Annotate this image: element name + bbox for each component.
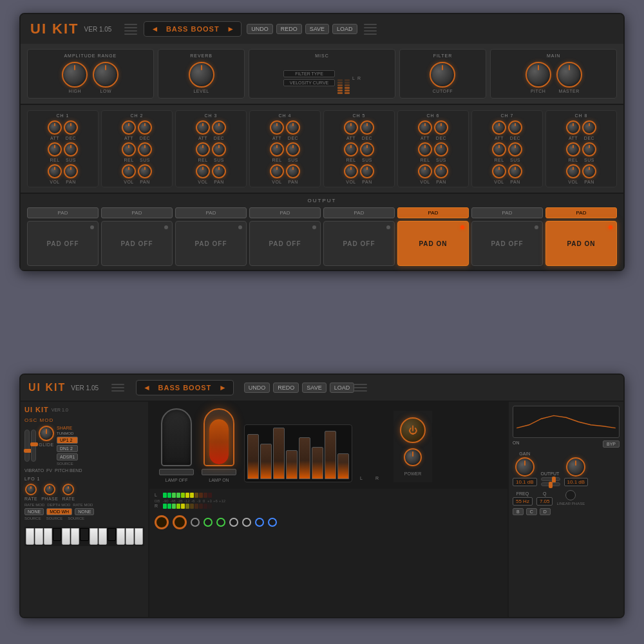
piano-key-white[interactable] — [71, 528, 79, 545]
ch5-sus-knob[interactable] — [360, 142, 374, 156]
ch2-att-knob[interactable] — [122, 120, 136, 135]
ch1-sus-knob[interactable] — [64, 142, 78, 156]
lfo-phase-knob[interactable] — [44, 484, 55, 495]
source-none-1[interactable]: NONE — [24, 508, 44, 515]
ch7-dec-knob[interactable] — [508, 120, 522, 135]
piano-key-black[interactable] — [80, 528, 88, 541]
ch7-sus-knob[interactable] — [508, 142, 522, 156]
ch7-pan-knob[interactable] — [508, 164, 522, 178]
ch3-rel-knob[interactable] — [196, 142, 210, 156]
piano-key-white[interactable] — [35, 528, 43, 545]
band-d-button[interactable]: D — [540, 508, 551, 515]
ch2-pan-knob[interactable] — [138, 164, 152, 178]
pad-large-8[interactable]: PAD ON — [545, 221, 617, 266]
pad-btn-4[interactable]: PAD — [249, 207, 321, 218]
pad-btn-6[interactable]: PAD — [397, 207, 469, 218]
ch8-rel-knob[interactable] — [566, 142, 580, 156]
ch2-vol-knob[interactable] — [122, 164, 136, 178]
output-slider-2[interactable] — [541, 482, 560, 486]
ch2-rel-knob[interactable] — [122, 142, 136, 156]
ch4-att-knob[interactable] — [270, 120, 284, 135]
save-button[interactable]: SAVE — [305, 24, 329, 34]
power-knob[interactable] — [404, 448, 422, 466]
preset-prev-button[interactable]: ◄ — [151, 24, 158, 33]
bypass-button[interactable]: BYP — [603, 440, 620, 448]
lfo-rate2-knob[interactable] — [62, 484, 74, 495]
ch5-dec-knob[interactable] — [360, 120, 374, 135]
ch2-dec-knob[interactable] — [138, 120, 152, 135]
ch8-pan-knob[interactable] — [582, 164, 596, 178]
ch5-vol-knob[interactable] — [344, 164, 358, 178]
bottom-redo-button[interactable]: REDO — [273, 383, 299, 393]
cutoff-knob[interactable] — [430, 62, 455, 88]
ch4-dec-knob[interactable] — [286, 120, 300, 135]
ch3-pan-knob[interactable] — [212, 164, 226, 178]
output-slider-1[interactable] — [541, 477, 560, 481]
pad-btn-5[interactable]: PAD — [323, 207, 395, 218]
ch7-vol-knob[interactable] — [492, 164, 506, 178]
adsr1-btn[interactable]: ADSR1 — [57, 453, 78, 460]
ch1-vol-knob[interactable] — [48, 164, 62, 178]
piano-key-white[interactable] — [99, 528, 107, 545]
osc-slider-1[interactable] — [24, 430, 30, 462]
pitch-knob[interactable] — [526, 62, 551, 88]
piano-key-black[interactable] — [53, 528, 61, 541]
pad-btn-3[interactable]: PAD — [175, 207, 247, 218]
pad-large-7[interactable]: PAD OFF — [471, 221, 543, 266]
piano-keys[interactable] — [24, 527, 144, 546]
ch1-att-knob[interactable] — [48, 120, 62, 135]
ch5-pan-knob[interactable] — [360, 164, 374, 178]
up1-btn[interactable]: UP1 2 — [57, 437, 78, 444]
pad-btn-7[interactable]: PAD — [471, 207, 543, 218]
piano-key-white[interactable] — [117, 528, 125, 545]
ch6-dec-knob[interactable] — [434, 120, 448, 135]
ch2-sus-knob[interactable] — [138, 142, 152, 156]
bottom-preset-prev[interactable]: ◄ — [143, 383, 151, 392]
preset-next-button[interactable]: ► — [227, 24, 234, 33]
piano-key-white[interactable] — [26, 528, 34, 545]
output-knob[interactable] — [566, 457, 585, 477]
master-knob[interactable] — [556, 62, 582, 88]
ch5-att-knob[interactable] — [344, 120, 358, 135]
ch4-vol-knob[interactable] — [270, 164, 284, 178]
ch4-rel-knob[interactable] — [270, 142, 284, 156]
reverb-level-knob[interactable] — [189, 62, 214, 88]
piano-key-white[interactable] — [62, 528, 70, 545]
bottom-preset-next[interactable]: ► — [219, 383, 227, 392]
redo-button[interactable]: REDO — [276, 24, 302, 34]
ch8-vol-knob[interactable] — [566, 164, 580, 178]
bottom-undo-button[interactable]: UNDO — [244, 383, 270, 393]
piano-key-white[interactable] — [44, 528, 52, 545]
pad-large-2[interactable]: PAD OFF — [101, 221, 173, 266]
ch3-vol-knob[interactable] — [196, 164, 210, 178]
undo-button[interactable]: UNDO — [247, 24, 273, 34]
ch1-pan-knob[interactable] — [64, 164, 78, 178]
pad-large-6[interactable]: PAD ON — [397, 221, 469, 266]
gain-knob[interactable] — [515, 457, 535, 477]
power-button[interactable]: ⏻ — [400, 417, 426, 443]
ch7-rel-knob[interactable] — [492, 142, 506, 156]
ch6-pan-knob[interactable] — [434, 164, 448, 178]
load-button[interactable]: LOAD — [332, 24, 357, 34]
pad-btn-1[interactable]: PAD — [27, 207, 99, 218]
piano-key-white[interactable] — [126, 528, 134, 545]
ch4-sus-knob[interactable] — [286, 142, 300, 156]
ch6-vol-knob[interactable] — [418, 164, 432, 178]
source-modwh[interactable]: MOD WH — [46, 508, 72, 515]
band-b-button[interactable]: B — [513, 508, 524, 515]
ch6-rel-knob[interactable] — [418, 142, 432, 156]
ch3-sus-knob[interactable] — [212, 142, 226, 156]
band-c-button[interactable]: C — [526, 508, 537, 515]
pad-large-5[interactable]: PAD OFF — [323, 221, 395, 266]
bottom-save-button[interactable]: SAVE — [302, 383, 326, 393]
ch6-att-knob[interactable] — [418, 120, 432, 135]
pad-large-1[interactable]: PAD OFF — [27, 221, 99, 266]
ch5-rel-knob[interactable] — [344, 142, 358, 156]
ch3-dec-knob[interactable] — [212, 120, 226, 135]
tube-on[interactable] — [204, 408, 234, 466]
pad-btn-2[interactable]: PAD — [101, 207, 173, 218]
high-knob[interactable] — [62, 62, 88, 88]
source-none-2[interactable]: NONE — [75, 508, 94, 515]
piano-key-white[interactable] — [135, 528, 143, 545]
dn1-btn[interactable]: DN1 2 — [57, 445, 78, 452]
